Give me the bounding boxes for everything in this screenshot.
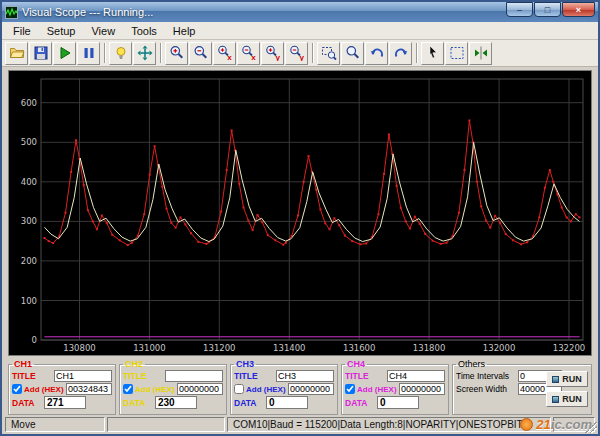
toolbar: xxyy xyxy=(2,40,598,67)
ch2-title-input[interactable] xyxy=(165,370,223,382)
channel-panel-ch3: CH3 TITLE Add (HEX) DATA0 xyxy=(230,360,338,415)
open-button[interactable] xyxy=(5,42,28,65)
svg-text:131600: 131600 xyxy=(343,343,375,353)
svg-text:100: 100 xyxy=(21,296,37,306)
toolbar-separator xyxy=(104,43,105,63)
window-controls: – □ × xyxy=(506,2,595,22)
channel-panel-ch1: CH1 TITLE Add (HEX) DATA271 xyxy=(8,360,116,415)
ch3-add-hex-checkbox[interactable] xyxy=(234,384,244,394)
data-label: DATA xyxy=(123,398,153,408)
zoom-out-icon xyxy=(193,45,209,61)
title-label: TITLE xyxy=(234,371,264,381)
others-panel: Others Time Intervals Screen Width RUN R… xyxy=(452,360,592,415)
select-button[interactable] xyxy=(421,42,444,65)
menu-view[interactable]: View xyxy=(83,24,123,38)
svg-text:x: x xyxy=(227,53,232,61)
zoom-out-button[interactable] xyxy=(189,42,212,65)
data-label: DATA xyxy=(345,398,375,408)
svg-text:400: 400 xyxy=(21,177,37,187)
svg-text:0: 0 xyxy=(32,335,37,345)
svg-text:500: 500 xyxy=(21,137,37,147)
title-label: TITLE xyxy=(12,371,42,381)
close-button[interactable]: × xyxy=(562,2,595,17)
pan-button[interactable] xyxy=(133,42,156,65)
run-buttons: RUN RUN xyxy=(546,371,588,407)
menu-help[interactable]: Help xyxy=(165,24,204,38)
redo-icon xyxy=(393,45,409,61)
pause-button[interactable] xyxy=(77,42,100,65)
ch4-add-hex-input[interactable] xyxy=(399,383,445,395)
ch4-data-value: 0 xyxy=(377,396,419,409)
channel-panel-ch2: CH2 TITLE Add (HEX) DATA230 xyxy=(119,360,227,415)
ch1-add-hex-checkbox[interactable] xyxy=(12,384,22,394)
undo-icon xyxy=(369,45,385,61)
zoom-y-in-button[interactable]: y xyxy=(261,42,284,65)
maximize-button[interactable]: □ xyxy=(534,2,561,17)
bulb-button[interactable] xyxy=(109,42,132,65)
channel-panel-ch4: CH4 TITLE Add (HEX) DATA0 xyxy=(341,360,449,415)
svg-text:132000: 132000 xyxy=(483,343,515,353)
compare-icon xyxy=(473,45,489,61)
ch4-title-input[interactable] xyxy=(387,370,445,382)
svg-text:600: 600 xyxy=(21,98,37,108)
channel-group-label: CH4 xyxy=(345,360,367,368)
undo-button[interactable] xyxy=(365,42,388,65)
select-icon xyxy=(425,45,441,61)
marquee-button[interactable] xyxy=(445,42,468,65)
menu-setup[interactable]: Setup xyxy=(39,24,84,38)
menu-file[interactable]: File xyxy=(5,24,39,38)
svg-text:131000: 131000 xyxy=(133,343,165,353)
statusbar: Move COM10|Baud = 115200|Data Length:8|N… xyxy=(2,416,598,434)
toolbar-separator xyxy=(416,43,417,63)
run-button[interactable] xyxy=(53,42,76,65)
ch1-title-input[interactable] xyxy=(54,370,112,382)
ch2-add-hex-checkbox[interactable] xyxy=(123,384,133,394)
zoom-in-button[interactable] xyxy=(165,42,188,65)
svg-text:y: y xyxy=(299,53,304,61)
zoom-window-button[interactable] xyxy=(317,42,340,65)
zoom-x-out-icon: x xyxy=(241,45,257,61)
time-intervals-label: Time Intervals xyxy=(456,371,516,381)
data-label: DATA xyxy=(12,398,42,408)
ch3-title-input[interactable] xyxy=(276,370,334,382)
zoom-y-out-button[interactable]: y xyxy=(285,42,308,65)
svg-text:130800: 130800 xyxy=(63,343,95,353)
plot-area[interactable]: 0100200300400500600130800131000131200131… xyxy=(9,71,591,355)
ch3-add-hex-input[interactable] xyxy=(288,383,334,395)
run-icon xyxy=(57,45,73,61)
bulb-icon xyxy=(113,45,129,61)
titlebar: Visual Scope --- Running... – □ × xyxy=(2,2,598,22)
pause-icon xyxy=(81,45,97,61)
channel-group-label: CH2 xyxy=(123,360,145,368)
resize-grip[interactable] xyxy=(585,421,597,433)
menu-tools[interactable]: Tools xyxy=(123,24,165,38)
zoom-x-in-button[interactable]: x xyxy=(213,42,236,65)
status-com-settings: COM10|Baud = 115200|Data Length:8|NOPARI… xyxy=(227,417,551,432)
zoom-y-in-icon: y xyxy=(265,45,281,61)
zoom-x-out-button[interactable]: x xyxy=(237,42,260,65)
compare-button[interactable] xyxy=(469,42,492,65)
ch1-add-hex-input[interactable] xyxy=(66,383,112,395)
run-button-2[interactable]: RUN xyxy=(546,391,588,407)
zoom-y-out-icon: y xyxy=(289,45,305,61)
redo-button[interactable] xyxy=(389,42,412,65)
minimize-button[interactable]: – xyxy=(506,2,533,17)
others-label: Others xyxy=(456,360,487,368)
zoom-reset-icon xyxy=(345,45,361,61)
svg-text:x: x xyxy=(251,53,256,61)
svg-text:131200: 131200 xyxy=(203,343,235,353)
title-label: TITLE xyxy=(345,371,375,381)
run-button-1[interactable]: RUN xyxy=(546,371,588,387)
ch2-add-hex-input[interactable] xyxy=(177,383,223,395)
save-button[interactable] xyxy=(29,42,52,65)
ch4-add-hex-checkbox[interactable] xyxy=(345,384,355,394)
zoom-reset-button[interactable] xyxy=(341,42,364,65)
run-icon xyxy=(552,396,559,403)
add-hex-label: Add (HEX) xyxy=(357,385,397,394)
ch3-data-value: 0 xyxy=(266,396,308,409)
data-label: DATA xyxy=(234,398,264,408)
save-icon xyxy=(33,45,49,61)
zoom-x-in-icon: x xyxy=(217,45,233,61)
svg-text:131800: 131800 xyxy=(413,343,445,353)
ch1-data-value: 271 xyxy=(44,396,86,409)
